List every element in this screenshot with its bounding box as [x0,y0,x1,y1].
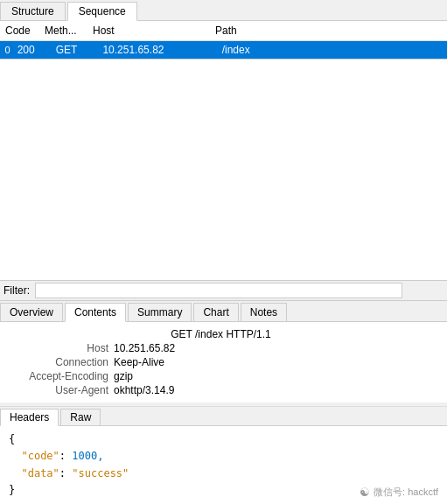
request-line: GET /index HTTP/1.1 [0,328,447,340]
tab-raw[interactable]: Raw [60,409,101,425]
label-host: Host [0,342,114,354]
row-num: 0 [0,45,12,55]
tab-overview[interactable]: Overview [0,303,63,321]
watermark-icon: ☯ [360,486,370,499]
tab-headers[interactable]: Headers [0,409,59,426]
label-accept-encoding: Accept-Encoding [0,370,114,382]
row-code: 200 [12,43,51,57]
table-row[interactable]: 0 200 GET 10.251.65.82 /index [0,41,447,59]
filter-label: Filter: [3,284,30,297]
top-tabs-bar: Structure Sequence [0,0,447,21]
table-area: 0 200 GET 10.251.65.82 /index [0,41,447,60]
filter-input[interactable] [35,283,402,298]
header-path: Path [210,23,447,38]
row-host: 10.251.65.82 [97,43,216,57]
value-connection: Keep-Alive [114,356,164,368]
json-line-data: "data": "success" [9,466,438,482]
empty-area [0,60,447,280]
tab-notes[interactable]: Notes [241,303,287,321]
header-code: Code [0,23,39,38]
bottom-tabs-bar: Overview Contents Summary Chart Notes [0,301,447,322]
detail-host-row: Host 10.251.65.82 [0,341,447,355]
watermark: ☯ 微信号: hackctf [360,486,438,499]
header-host: Host [87,23,210,38]
header-method: Meth... [39,23,87,38]
row-path: /index [217,43,447,57]
detail-user-agent-row: User-Agent okhttp/3.14.9 [0,383,447,397]
label-user-agent: User-Agent [0,384,114,396]
tab-sequence[interactable]: Sequence [67,2,137,21]
value-user-agent: okhttp/3.14.9 [114,384,174,396]
sub-tabs-bar: Headers Raw [0,406,447,426]
value-host: 10.251.65.82 [114,342,175,354]
tab-chart[interactable]: Chart [193,303,238,321]
json-line-code: "code": 1000, [9,448,438,465]
detail-panel: GET /index HTTP/1.1 Host 10.251.65.82 Co… [0,322,447,402]
detail-title-row: GET /index HTTP/1.1 [0,327,447,341]
tab-structure[interactable]: Structure [0,2,66,20]
table-header: Code Meth... Host Path [0,21,447,41]
filter-bar: Filter: [0,280,447,301]
watermark-text: 微信号: hackctf [374,486,438,499]
tab-summary[interactable]: Summary [128,303,192,321]
row-method: GET [51,43,98,57]
json-line-open: { [9,431,438,448]
value-accept-encoding: gzip [114,370,133,382]
tab-contents[interactable]: Contents [65,303,126,322]
detail-connection-row: Connection Keep-Alive [0,355,447,369]
detail-accept-encoding-row: Accept-Encoding gzip [0,369,447,383]
label-connection: Connection [0,356,114,368]
